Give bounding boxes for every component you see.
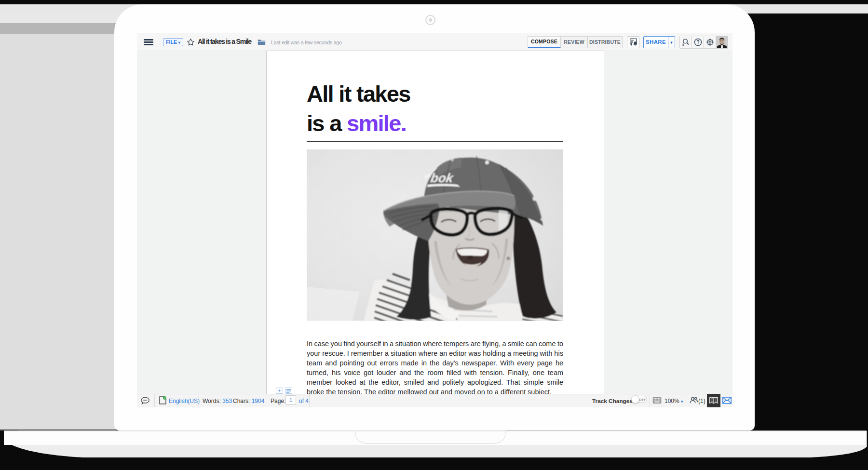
svg-text:bok: bok (430, 171, 455, 185)
